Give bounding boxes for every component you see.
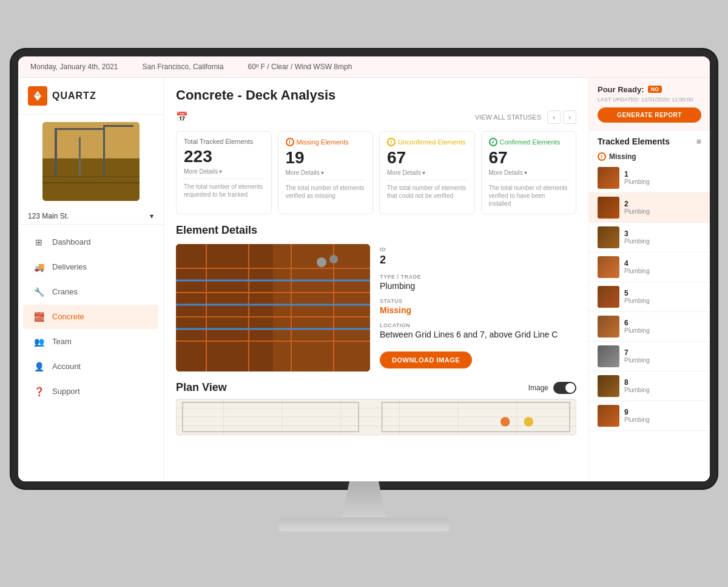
sidebar-item-label: Deliveries	[52, 262, 87, 271]
no-badge: NO	[648, 86, 662, 93]
tracked-type: Plumbing	[624, 268, 650, 274]
svg-rect-8	[103, 125, 105, 177]
stat-header-total: Total Tracked Elements	[184, 138, 264, 145]
concrete-icon: 🧱	[33, 311, 45, 323]
tracked-item[interactable]: 6 Plumbing	[589, 312, 710, 342]
status-value: Missing	[380, 305, 576, 315]
stat-desc-total: The total number of elements requested t…	[184, 178, 264, 198]
sidebar-item-support[interactable]: ❓ Support	[23, 379, 158, 404]
tracked-item[interactable]: 9 Plumbing	[589, 401, 710, 431]
tracked-thumb	[598, 256, 619, 278]
location-value: Between Grid Lines 6 and 7, above Grid L…	[380, 330, 576, 339]
date-nav-arrows: ‹ ›	[547, 110, 576, 124]
team-icon: 👥	[33, 336, 45, 348]
location-label: LOCATION	[380, 322, 576, 328]
main-content: Concrete - Deck Analysis 📅 VIEW ALL STAT…	[164, 78, 588, 481]
stat-desc-confirmed: The total number of elements verified to…	[489, 180, 569, 208]
svg-point-25	[317, 257, 326, 267]
plan-view-toggle-row: Image	[528, 382, 576, 394]
sidebar-item-label: Support	[52, 387, 80, 396]
svg-point-39	[500, 417, 510, 426]
location-chevron-icon: ▾	[150, 212, 153, 220]
right-panel-top: Pour Ready: NO LAST UPDATED: 12/31/2020;…	[589, 78, 710, 131]
sidebar-item-team[interactable]: 👥 Team	[23, 330, 158, 354]
app-layout: QUARTZ	[18, 78, 710, 481]
sidebar-item-deliveries[interactable]: 🚚 Deliveries	[23, 255, 158, 279]
calendar-row: 📅 VIEW ALL STATUSES ‹ ›	[176, 110, 576, 124]
image-toggle[interactable]	[553, 382, 576, 394]
tracked-item[interactable]: 4 Plumbing	[589, 253, 710, 282]
tracked-thumb	[598, 345, 619, 367]
id-value: 2	[380, 254, 576, 266]
info-group-type: TYPE / TRADE Plumbing	[380, 274, 576, 291]
tracked-item[interactable]: 2 Plumbing	[589, 193, 710, 223]
missing-status-icon	[286, 138, 294, 146]
tracked-item-info: 3 Plumbing	[624, 229, 650, 245]
sidebar-item-cranes[interactable]: 🔧 Cranes	[23, 280, 158, 304]
tracked-item[interactable]: 8 Plumbing	[589, 372, 710, 401]
svg-point-40	[524, 417, 533, 426]
missing-section-label: Missing	[609, 152, 636, 161]
stat-label-missing: Missing Elements	[297, 138, 349, 146]
tracked-thumb	[598, 405, 619, 427]
calendar-icon[interactable]: 📅	[176, 111, 188, 123]
more-details-total[interactable]: More Details ▾	[184, 168, 264, 175]
id-label: ID	[380, 246, 576, 253]
tracked-item[interactable]: 5 Plumbing	[589, 282, 710, 312]
project-location[interactable]: 123 Main St. ▾	[18, 208, 163, 225]
svg-rect-6	[55, 128, 103, 130]
generate-report-button[interactable]: GENERATE REPORT	[598, 107, 701, 123]
tracked-elements-title: Tracked Elements	[598, 137, 670, 146]
type-label: TYPE / TRADE	[380, 274, 576, 280]
plan-view-header: Plan View Image	[176, 381, 576, 394]
project-image	[42, 122, 140, 201]
missing-section-icon	[598, 152, 606, 161]
monitor-wrap: Monday, January 4th, 2021 San Francisco,…	[18, 56, 710, 531]
sidebar-item-dashboard[interactable]: ⊞ Dashboard	[23, 230, 158, 254]
logo-text: QUARTZ	[52, 90, 96, 101]
tracked-num: 3	[624, 229, 650, 238]
more-details-unconfirmed[interactable]: More Details ▾	[387, 169, 467, 176]
sidebar-item-concrete[interactable]: 🧱 Concrete	[23, 305, 158, 329]
type-value: Plumbing	[380, 281, 576, 291]
tracked-item-info: 1 Plumbing	[624, 170, 650, 185]
tracked-type: Plumbing	[624, 416, 650, 423]
more-details-confirmed[interactable]: More Details ▾	[489, 169, 569, 176]
plan-view-title: Plan View	[176, 381, 227, 394]
element-info: ID 2 TYPE / TRADE Plumbing STATUS Missin…	[380, 244, 576, 372]
tracked-thumb	[598, 197, 619, 219]
stats-row: Total Tracked Elements 223 More Details …	[176, 131, 576, 215]
element-image	[176, 244, 370, 372]
tracked-item-info: 4 Plumbing	[624, 259, 650, 274]
last-updated: LAST UPDATED: 12/31/2020; 11:00:00	[598, 97, 701, 103]
tracked-item[interactable]: 3 Plumbing	[589, 223, 710, 253]
tracked-num: 7	[624, 348, 650, 357]
tracked-item[interactable]: 7 Plumbing	[589, 342, 710, 372]
tracked-num: 9	[624, 408, 650, 416]
tracked-type: Plumbing	[624, 178, 650, 185]
element-details-layout: ID 2 TYPE / TRADE Plumbing STATUS Missin…	[176, 244, 576, 372]
tracked-thumb	[598, 226, 619, 248]
location-text: 123 Main St.	[28, 212, 69, 220]
tracked-type: Plumbing	[624, 238, 650, 245]
stat-number-unconfirmed: 67	[387, 149, 467, 168]
tracked-item[interactable]: 1 Plumbing	[589, 163, 710, 193]
prev-date-btn[interactable]: ‹	[547, 110, 561, 124]
more-details-missing[interactable]: More Details ▾	[286, 169, 366, 176]
page-title: Concrete - Deck Analysis	[176, 87, 576, 103]
view-all-statuses-btn[interactable]: VIEW ALL STATUSES	[475, 114, 541, 121]
download-image-button[interactable]: DOWNLOAD IMAGE	[380, 351, 472, 368]
tracked-thumb	[598, 316, 619, 338]
plan-view-section: Plan View Image	[176, 381, 576, 435]
next-date-btn[interactable]: ›	[563, 110, 576, 124]
status-label: STATUS	[380, 298, 576, 304]
tracked-item-info: 2 Plumbing	[624, 200, 650, 215]
stat-card-confirmed: Confirmed Elements 67 More Details ▾ The…	[481, 131, 577, 215]
date-display: Monday, January 4th, 2021	[30, 63, 118, 71]
tracked-num: 8	[624, 378, 650, 387]
sidebar-item-label: Concrete	[52, 312, 84, 321]
filter-icon[interactable]: ≡	[696, 137, 701, 146]
element-details-title: Element Details	[176, 224, 576, 237]
logo-icon	[28, 86, 47, 106]
sidebar-item-account[interactable]: 👤 Account	[23, 355, 158, 379]
